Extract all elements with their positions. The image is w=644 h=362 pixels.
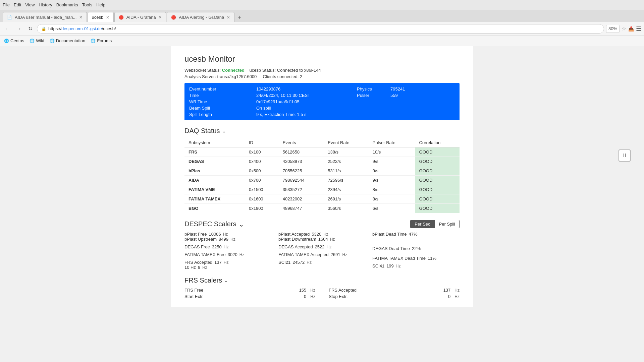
daq-pulser-rate-3: 9/s [369,176,415,185]
menu-items: File Edit View History Bookmarks Tools H… [3,2,105,7]
daq-table-row: FATIMA TAMEX 0x1600 40232002 2691/s 8/s … [184,194,460,204]
menu-file[interactable]: File [3,2,10,7]
sci21-row: SCI21 24572 Hz [278,260,366,265]
tab-aida-grafana[interactable]: 🔴 AIDA - Grafana × [114,12,166,22]
per-spill-button[interactable]: Per Spill [435,220,460,228]
daq-events-1: 42058973 [279,157,324,166]
daq-events-6: 48968747 [279,204,324,213]
fatima-tamex-accepted-row: FATIMA TAMEX Accepted 2691 Hz [278,252,366,257]
tab-aida-alerting[interactable]: 🔴 AIDA Alerting - Grafana × [167,12,234,22]
tab-ucesb-label: ucesb [92,15,104,20]
daq-events-2: 70556225 [279,166,324,176]
frs-accepted-row: FRS Accepted 137 Hz [184,260,272,265]
page-content: ucesb Monitor Websocket Status: Connecte… [171,46,473,307]
daq-table-row: DEGAS 0x400 42058973 2522/s 9/s GOOD [184,157,460,166]
bplast-accepted-value: 5320 [312,232,321,237]
daq-table-row: bPlas 0x500 70556225 5311/s 9/s GOOD [184,166,460,176]
fatima-tamex-free-row: FATIMA TAMEX Free 3020 Hz [184,252,272,257]
new-tab-button[interactable]: + [235,13,245,22]
bookmark-wiki[interactable]: 🌐 Wiki [30,38,44,43]
websocket-value: Connected [222,68,245,73]
menu-icon[interactable]: ☰ [636,25,641,33]
col-id: ID [245,138,279,147]
documentation-icon: 🌐 [50,39,55,43]
reader-mode-icon[interactable]: 📥 [628,26,634,32]
daq-event-rate-4: 2394/s [324,185,368,194]
menu-tools[interactable]: Tools [82,2,92,7]
daq-correlation-4: GOOD [415,185,460,194]
wr-time-label: WR Time [189,99,256,104]
reload-button[interactable]: ↻ [25,24,35,34]
pause-button[interactable]: ⏸ [619,149,631,162]
start-extr-row: Start Extr. 0 Hz [184,294,315,299]
bplast-upstream-unit: Hz [230,237,235,242]
address-bar[interactable]: 🔒 https://despec-vm-01.gsi.de/ucesb/ [37,24,604,34]
fatima-tamex-accepted-unit: Hz [342,252,347,257]
menu-history[interactable]: History [39,2,52,7]
bookmark-star-icon[interactable]: ☆ [622,25,626,32]
bookmark-forums[interactable]: 🌐 Forums [91,38,112,43]
frs-scalers-chevron[interactable]: ⌄ [224,278,228,283]
daq-pulser-rate-0: 10/s [369,147,415,157]
bplast-deadtime-value: 47% [409,232,418,237]
daq-correlation-5: GOOD [415,194,460,204]
beam-spill-label: Beam Spill [189,106,256,111]
bookmarks-bar: 🌐 Centos 🌐 Wiki 🌐 Documentation 🌐 Forums [0,36,644,46]
despec-col1: bPlast Free 10086 Hz bPlast Upstream 849… [184,232,272,270]
bookmark-documentation-label: Documentation [56,38,85,43]
analysis-server-line: Analysis Server: trans://lxg1257:6000 Cl… [184,74,460,79]
stop-extr-row: Stop Extr. 0 Hz [329,294,460,299]
bplast-accepted-row: bPlast Accepted 5320 Hz [278,232,366,237]
bplast-downstream-row: bPlast Downstream 1604 Hz [278,237,366,242]
fatima-tamex-accepted-label: FATIMA TAMEX Accepted [278,252,329,257]
physics-label: Physics [357,86,390,92]
per-sec-button[interactable]: Per Sec [410,220,434,228]
10hz-row: 10 Hz 9 Hz [184,265,272,270]
despec-col3: bPlast Dead Time 47% DEGAS Dead Time 22%… [372,232,460,270]
tab-aida-alerting-close[interactable]: × [227,15,230,20]
bplast-deadtime-label: bPlast Dead Time [372,232,407,237]
daq-event-rate-5: 2691/s [324,194,368,204]
daq-id-0: 0x100 [245,147,279,157]
frs-free-unit: Hz [310,288,315,293]
10hz-value: 9 [198,265,200,270]
tab-bar: 📄 AIDA user manual - aida_man... × ucesb… [0,10,644,22]
tab-aida-grafana-close[interactable]: × [159,15,162,20]
pulser-value: 559 [390,93,424,98]
tab-ucesb[interactable]: ucesb × [88,12,114,22]
menu-view[interactable]: View [25,2,35,7]
tab-aida-manual[interactable]: 📄 AIDA user manual - aida_man... × [3,12,87,22]
back-button[interactable]: ← [3,24,12,34]
menu-bookmarks[interactable]: Bookmarks [56,2,78,7]
despec-scalers-chevron[interactable]: ⌄ [238,220,244,228]
daq-correlation-0: GOOD [415,147,460,157]
tab-ucesb-close[interactable]: × [106,15,109,20]
frs-free-row: FRS Free 155 Hz [184,288,315,293]
beam-spill-value: On spill [256,106,424,111]
websocket-status-line: Websocket Status: Connected ucesb Status… [184,68,460,73]
daq-status-title: DAQ Status [184,127,220,135]
forward-button[interactable]: → [14,24,23,34]
degas-free-row: DEGAS Free 3250 Hz [184,244,272,249]
daq-table-row: BGO 0x1900 48968747 3560/s 6/s GOOD [184,204,460,213]
zoom-level[interactable]: 80% [606,25,620,33]
daq-status-chevron[interactable]: ⌄ [222,128,226,134]
bookmark-centos[interactable]: 🌐 Centos [4,38,24,43]
tab-aida-manual-icon: 📄 [7,15,12,20]
menu-help[interactable]: Help [96,2,105,7]
col-correlation: Correlation [415,138,460,147]
spill-length-value: 9 s, Extraction Time: 1.5 s [256,112,424,117]
fatima-tamex-deadtime-value: 11% [428,256,436,261]
tab-aida-grafana-icon: 🔴 [119,15,124,20]
stop-extr-label: Stop Extr. [329,294,347,299]
bookmark-documentation[interactable]: 🌐 Documentation [50,38,85,43]
spill-length-label: Spill Length [189,112,256,117]
ucesb-status-label: ucesb Status: [249,68,276,73]
daq-events-4: 35335272 [279,185,324,194]
bplast-downstream-label: bPlast Downstream [278,237,316,242]
fatima-tamex-accepted-value: 2691 [331,252,340,257]
menu-edit[interactable]: Edit [14,2,21,7]
bplast-deadtime-row: bPlast Dead Time 47% [372,232,460,237]
tab-aida-manual-close[interactable]: × [79,15,82,20]
fatima-tamex-free-unit: Hz [239,252,245,257]
